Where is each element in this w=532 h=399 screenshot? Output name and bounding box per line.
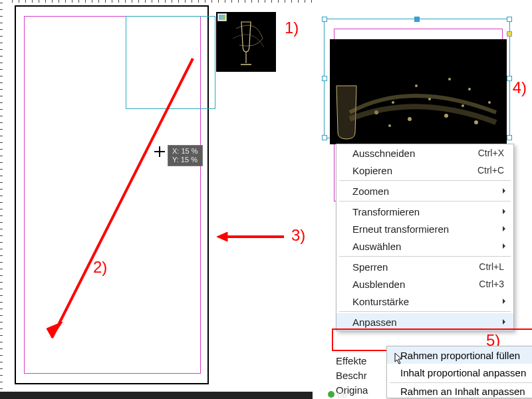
svg-line-2 (52, 59, 193, 338)
svg-point-13 (474, 120, 478, 124)
menu-separator (339, 311, 511, 312)
ruler-vertical (0, 3, 3, 399)
fit-submenu[interactable]: Rahmen proportional füllen Inhalt propor… (386, 346, 532, 398)
annotation-arrow-2 (40, 53, 200, 346)
resize-handle-ml[interactable] (322, 76, 327, 81)
right-document-canvas[interactable]: 4) Ausschneiden Ctrl+X Kopieren Ctrl+C Z… (316, 0, 532, 399)
annotation-label-4: 4) (513, 78, 527, 97)
resize-handle-tl[interactable] (322, 17, 327, 22)
resize-handle-tr[interactable] (507, 17, 512, 22)
status-text: Ob (337, 391, 347, 399)
annotation-label-2: 2) (93, 258, 107, 277)
frame-anchor-handle[interactable] (507, 31, 512, 37)
context-menu[interactable]: Ausschneiden Ctrl+X Kopieren Ctrl+C Zoom… (336, 144, 514, 331)
svg-point-8 (392, 101, 394, 104)
submenu-label: Rahmen an Inhalt anpassen (400, 386, 525, 397)
annotation-arrow-3 (214, 229, 287, 245)
menu-label: Konturstärke (352, 296, 409, 307)
menu-shortcut: Ctrl+C (477, 165, 504, 176)
menu-item-lock[interactable]: Sperren Ctrl+L (336, 258, 513, 275)
cursor-pointer-icon (394, 352, 405, 366)
submenu-label: Rahmen proportional füllen (400, 350, 520, 361)
dragged-image-thumbnail[interactable] (216, 12, 276, 72)
submenu-label: Inhalt proportional anpassen (400, 367, 526, 378)
submenu-item-fit-content-proportionally[interactable]: Inhalt proportional anpassen (387, 364, 532, 381)
left-document-canvas[interactable]: X: 15 % Y: 15 % 1) 2) 3) (0, 0, 313, 399)
resize-handle-bl[interactable] (322, 135, 327, 140)
menu-label: Auswählen (352, 241, 401, 252)
svg-point-12 (462, 104, 464, 107)
menu-item-effects-clipped[interactable]: Effekte (336, 354, 368, 368)
menu-separator (339, 201, 511, 201)
menu-separator (339, 180, 511, 181)
menu-separator (339, 256, 511, 257)
menu-item-transform[interactable]: Transformieren (336, 203, 513, 220)
svg-marker-5 (217, 232, 227, 241)
menu-item-cut[interactable]: Ausschneiden Ctrl+X (336, 144, 513, 162)
menu-item-stroke[interactable]: Konturstärke (336, 293, 513, 310)
resize-handle-br[interactable] (507, 135, 512, 140)
champagne-glass-icon (223, 15, 269, 68)
menu-label: Anpassen (352, 317, 397, 328)
menu-label: Kopieren (352, 165, 392, 176)
menu-item-retransform[interactable]: Erneut transformieren (336, 220, 513, 237)
submenu-item-frame-to-content[interactable]: Rahmen an Inhalt anpassen (387, 384, 532, 398)
annotation-label-3: 3) (291, 226, 305, 245)
ruler-horizontal (12, 0, 313, 3)
menu-item-select[interactable]: Auswählen (336, 237, 513, 255)
annotation-label-1: 1) (285, 19, 299, 37)
menu-item-copy[interactable]: Kopieren Ctrl+C (336, 162, 513, 179)
svg-point-9 (408, 117, 412, 121)
image-icon (217, 13, 227, 21)
menu-label: Transformieren (352, 206, 420, 217)
svg-point-16 (448, 78, 451, 80)
submenu-item-fill-frame-proportionally[interactable]: Rahmen proportional füllen (387, 346, 532, 364)
menu-shortcut: Ctrl+3 (479, 279, 504, 289)
menu-label: Ausschneiden (352, 148, 415, 159)
app-statusbar-strip (0, 392, 313, 399)
svg-point-11 (444, 114, 448, 118)
menu-label: Zoomen (352, 186, 389, 197)
svg-point-15 (415, 84, 418, 87)
menu-separator (390, 382, 532, 383)
resize-handle-tm[interactable] (414, 17, 420, 22)
resize-handle-mr[interactable] (507, 76, 512, 81)
menu-shortcut: Ctrl+X (478, 148, 504, 158)
placed-image[interactable] (330, 39, 507, 144)
menu-item-zoom[interactable]: Zoomen (336, 182, 513, 200)
svg-point-18 (388, 124, 391, 127)
menu-label: Erneut transformieren (352, 223, 449, 235)
menu-label: Ausblenden (352, 279, 405, 290)
status-indicator-icon (328, 391, 334, 398)
svg-point-14 (488, 101, 491, 104)
svg-point-17 (468, 88, 471, 90)
menu-label: Sperren (352, 261, 388, 273)
menu-item-hide[interactable]: Ausblenden Ctrl+3 (336, 275, 513, 293)
menu-item-caption-clipped[interactable]: Beschr (336, 368, 368, 383)
menu-shortcut: Ctrl+L (479, 261, 504, 272)
selected-image-frame[interactable] (324, 19, 510, 138)
champagne-splash-icon (330, 39, 507, 144)
